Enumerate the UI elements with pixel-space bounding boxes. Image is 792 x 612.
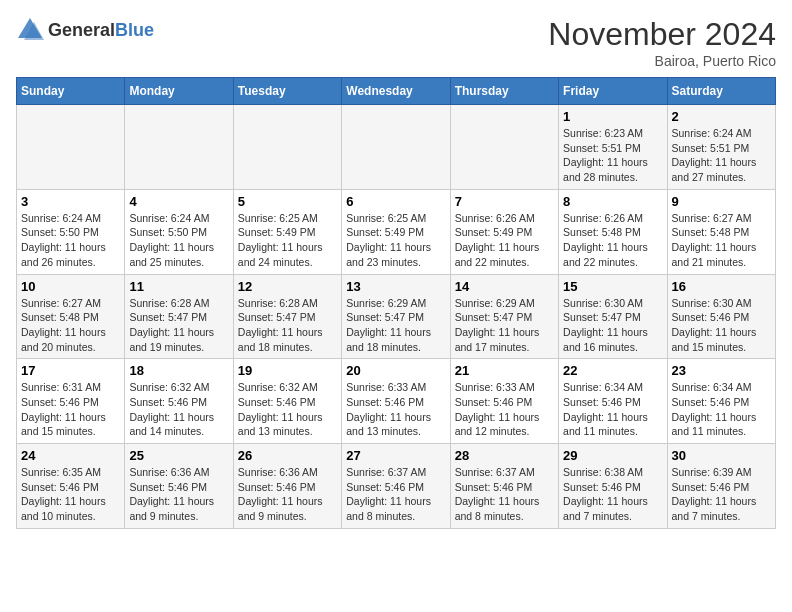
day-number: 23 [672, 363, 771, 378]
calendar-week-row: 24Sunrise: 6:35 AMSunset: 5:46 PMDayligh… [17, 444, 776, 529]
weekday-header: Saturday [667, 78, 775, 105]
calendar-cell: 9Sunrise: 6:27 AMSunset: 5:48 PMDaylight… [667, 189, 775, 274]
logo-text: General Blue [48, 21, 154, 39]
calendar-cell: 13Sunrise: 6:29 AMSunset: 5:47 PMDayligh… [342, 274, 450, 359]
day-info: Sunrise: 6:28 AMSunset: 5:47 PMDaylight:… [129, 296, 228, 355]
calendar-cell: 18Sunrise: 6:32 AMSunset: 5:46 PMDayligh… [125, 359, 233, 444]
day-number: 19 [238, 363, 337, 378]
calendar-cell: 26Sunrise: 6:36 AMSunset: 5:46 PMDayligh… [233, 444, 341, 529]
day-info: Sunrise: 6:31 AMSunset: 5:46 PMDaylight:… [21, 380, 120, 439]
day-number: 28 [455, 448, 554, 463]
day-info: Sunrise: 6:25 AMSunset: 5:49 PMDaylight:… [346, 211, 445, 270]
calendar-week-row: 17Sunrise: 6:31 AMSunset: 5:46 PMDayligh… [17, 359, 776, 444]
day-info: Sunrise: 6:29 AMSunset: 5:47 PMDaylight:… [346, 296, 445, 355]
day-info: Sunrise: 6:24 AMSunset: 5:50 PMDaylight:… [129, 211, 228, 270]
calendar-cell: 29Sunrise: 6:38 AMSunset: 5:46 PMDayligh… [559, 444, 667, 529]
title-block: November 2024 Bairoa, Puerto Rico [548, 16, 776, 69]
weekday-header: Thursday [450, 78, 558, 105]
day-number: 26 [238, 448, 337, 463]
day-number: 17 [21, 363, 120, 378]
calendar-cell: 24Sunrise: 6:35 AMSunset: 5:46 PMDayligh… [17, 444, 125, 529]
calendar-cell: 11Sunrise: 6:28 AMSunset: 5:47 PMDayligh… [125, 274, 233, 359]
calendar-cell [125, 105, 233, 190]
month-title: November 2024 [548, 16, 776, 53]
day-info: Sunrise: 6:30 AMSunset: 5:47 PMDaylight:… [563, 296, 662, 355]
day-number: 14 [455, 279, 554, 294]
calendar-week-row: 10Sunrise: 6:27 AMSunset: 5:48 PMDayligh… [17, 274, 776, 359]
day-info: Sunrise: 6:30 AMSunset: 5:46 PMDaylight:… [672, 296, 771, 355]
calendar-cell: 8Sunrise: 6:26 AMSunset: 5:48 PMDaylight… [559, 189, 667, 274]
calendar-cell: 30Sunrise: 6:39 AMSunset: 5:46 PMDayligh… [667, 444, 775, 529]
calendar-cell: 14Sunrise: 6:29 AMSunset: 5:47 PMDayligh… [450, 274, 558, 359]
day-info: Sunrise: 6:25 AMSunset: 5:49 PMDaylight:… [238, 211, 337, 270]
calendar-cell: 1Sunrise: 6:23 AMSunset: 5:51 PMDaylight… [559, 105, 667, 190]
day-number: 12 [238, 279, 337, 294]
day-info: Sunrise: 6:32 AMSunset: 5:46 PMDaylight:… [129, 380, 228, 439]
logo: General Blue [16, 16, 154, 44]
day-number: 7 [455, 194, 554, 209]
day-info: Sunrise: 6:33 AMSunset: 5:46 PMDaylight:… [455, 380, 554, 439]
day-info: Sunrise: 6:36 AMSunset: 5:46 PMDaylight:… [129, 465, 228, 524]
logo-blue: Blue [115, 21, 154, 39]
calendar-cell: 6Sunrise: 6:25 AMSunset: 5:49 PMDaylight… [342, 189, 450, 274]
calendar-cell [233, 105, 341, 190]
day-info: Sunrise: 6:34 AMSunset: 5:46 PMDaylight:… [563, 380, 662, 439]
day-info: Sunrise: 6:29 AMSunset: 5:47 PMDaylight:… [455, 296, 554, 355]
weekday-header: Monday [125, 78, 233, 105]
page-header: General Blue November 2024 Bairoa, Puert… [16, 16, 776, 69]
day-info: Sunrise: 6:35 AMSunset: 5:46 PMDaylight:… [21, 465, 120, 524]
day-info: Sunrise: 6:36 AMSunset: 5:46 PMDaylight:… [238, 465, 337, 524]
day-number: 6 [346, 194, 445, 209]
day-info: Sunrise: 6:38 AMSunset: 5:46 PMDaylight:… [563, 465, 662, 524]
day-info: Sunrise: 6:33 AMSunset: 5:46 PMDaylight:… [346, 380, 445, 439]
day-number: 13 [346, 279, 445, 294]
calendar-cell: 23Sunrise: 6:34 AMSunset: 5:46 PMDayligh… [667, 359, 775, 444]
day-info: Sunrise: 6:27 AMSunset: 5:48 PMDaylight:… [21, 296, 120, 355]
calendar-week-row: 1Sunrise: 6:23 AMSunset: 5:51 PMDaylight… [17, 105, 776, 190]
day-number: 5 [238, 194, 337, 209]
calendar-header: SundayMondayTuesdayWednesdayThursdayFrid… [17, 78, 776, 105]
logo-general: General [48, 21, 115, 39]
day-number: 3 [21, 194, 120, 209]
day-number: 20 [346, 363, 445, 378]
day-number: 29 [563, 448, 662, 463]
day-info: Sunrise: 6:39 AMSunset: 5:46 PMDaylight:… [672, 465, 771, 524]
day-number: 8 [563, 194, 662, 209]
day-number: 10 [21, 279, 120, 294]
weekday-header: Tuesday [233, 78, 341, 105]
day-number: 30 [672, 448, 771, 463]
day-number: 4 [129, 194, 228, 209]
weekday-header: Wednesday [342, 78, 450, 105]
calendar-cell: 27Sunrise: 6:37 AMSunset: 5:46 PMDayligh… [342, 444, 450, 529]
calendar-table: SundayMondayTuesdayWednesdayThursdayFrid… [16, 77, 776, 529]
day-info: Sunrise: 6:27 AMSunset: 5:48 PMDaylight:… [672, 211, 771, 270]
calendar-cell: 4Sunrise: 6:24 AMSunset: 5:50 PMDaylight… [125, 189, 233, 274]
weekday-row: SundayMondayTuesdayWednesdayThursdayFrid… [17, 78, 776, 105]
calendar-cell [450, 105, 558, 190]
day-info: Sunrise: 6:24 AMSunset: 5:50 PMDaylight:… [21, 211, 120, 270]
calendar-cell: 7Sunrise: 6:26 AMSunset: 5:49 PMDaylight… [450, 189, 558, 274]
day-number: 1 [563, 109, 662, 124]
calendar-body: 1Sunrise: 6:23 AMSunset: 5:51 PMDaylight… [17, 105, 776, 529]
calendar-cell: 22Sunrise: 6:34 AMSunset: 5:46 PMDayligh… [559, 359, 667, 444]
calendar-cell [342, 105, 450, 190]
day-info: Sunrise: 6:23 AMSunset: 5:51 PMDaylight:… [563, 126, 662, 185]
day-number: 16 [672, 279, 771, 294]
calendar-cell: 28Sunrise: 6:37 AMSunset: 5:46 PMDayligh… [450, 444, 558, 529]
logo-icon [16, 16, 44, 44]
calendar-cell: 12Sunrise: 6:28 AMSunset: 5:47 PMDayligh… [233, 274, 341, 359]
day-number: 22 [563, 363, 662, 378]
calendar-cell: 25Sunrise: 6:36 AMSunset: 5:46 PMDayligh… [125, 444, 233, 529]
day-number: 11 [129, 279, 228, 294]
day-number: 18 [129, 363, 228, 378]
calendar-cell: 17Sunrise: 6:31 AMSunset: 5:46 PMDayligh… [17, 359, 125, 444]
day-info: Sunrise: 6:28 AMSunset: 5:47 PMDaylight:… [238, 296, 337, 355]
calendar-cell: 10Sunrise: 6:27 AMSunset: 5:48 PMDayligh… [17, 274, 125, 359]
day-number: 25 [129, 448, 228, 463]
location: Bairoa, Puerto Rico [548, 53, 776, 69]
day-info: Sunrise: 6:26 AMSunset: 5:48 PMDaylight:… [563, 211, 662, 270]
day-info: Sunrise: 6:37 AMSunset: 5:46 PMDaylight:… [455, 465, 554, 524]
day-info: Sunrise: 6:32 AMSunset: 5:46 PMDaylight:… [238, 380, 337, 439]
day-number: 9 [672, 194, 771, 209]
calendar-cell: 20Sunrise: 6:33 AMSunset: 5:46 PMDayligh… [342, 359, 450, 444]
